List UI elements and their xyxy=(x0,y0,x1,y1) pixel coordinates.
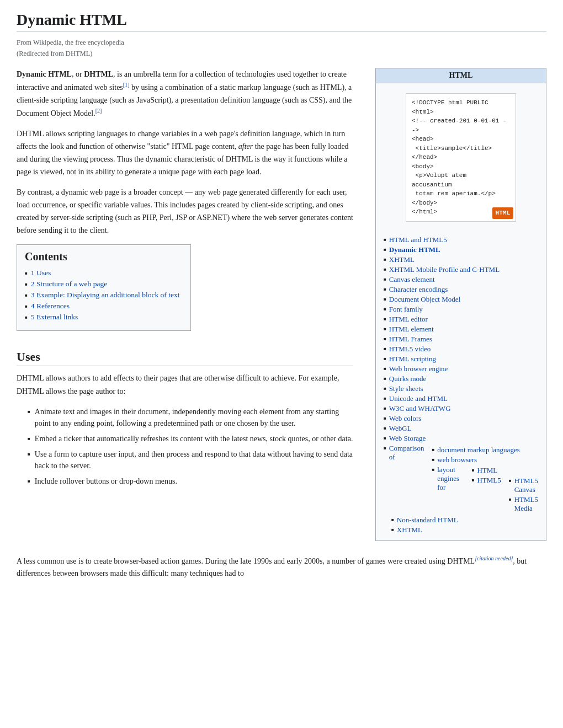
infobox-link-style-sheets[interactable]: Style sheets xyxy=(384,384,538,394)
uses-intro: DHTML allows authors to add effects to t… xyxy=(17,372,353,397)
infobox-link-xhtml[interactable]: XHTML xyxy=(384,255,538,265)
contents-box: Contents 1 Uses 2 Structure of a web pag… xyxy=(17,244,191,331)
infobox-title: HTML xyxy=(376,68,546,83)
ref-2[interactable]: [2] xyxy=(95,108,102,114)
code-line: </body> xyxy=(412,199,510,208)
infobox-link-html-editor[interactable]: HTML editor xyxy=(384,314,538,324)
main-content: Dynamic HTML, or DHTML, is an umbrella t… xyxy=(17,68,353,496)
uses-bullet-2: Embed a ticker that automatically refres… xyxy=(28,431,353,447)
infobox-links: HTML and HTML5 Dynamic HTML XHTML XHTML … xyxy=(376,232,546,540)
infobox-link-doc-markup[interactable]: document markup languages xyxy=(432,445,538,455)
citation-needed: [citation needed] xyxy=(475,555,513,561)
code-line: <p>Volupt atem accusantium xyxy=(412,171,510,189)
code-line: <!-- created-201 0-01-01 --> xyxy=(412,116,510,135)
uses-section-title: Uses xyxy=(17,350,353,366)
infobox-link-unicode-html[interactable]: Unicode and HTML xyxy=(384,394,538,404)
uses-bullet-4: Include rollover buttons or drop-down me… xyxy=(28,474,353,489)
page-title: Dynamic HTML xyxy=(17,11,546,31)
infobox: HTML <!DOCTYPE html PUBLIC <html> <!-- c… xyxy=(375,68,546,541)
uses-bullet-list: Animate text and images in their documen… xyxy=(28,404,353,489)
bottom-paragraph: A less common use is to create browser-b… xyxy=(17,554,546,580)
infobox-code-image: <!DOCTYPE html PUBLIC <html> <!-- create… xyxy=(406,93,516,222)
contents-item-3[interactable]: 3 Example: Displaying an additional bloc… xyxy=(25,290,179,301)
infobox-link-html-element[interactable]: HTML element xyxy=(384,324,538,334)
infobox-link-html-scripting[interactable]: HTML scripting xyxy=(384,354,538,364)
contents-item-1[interactable]: 1 Uses xyxy=(25,267,179,279)
uses-bullet-3: Use a form to capture user input, and th… xyxy=(28,447,353,474)
infobox-link-html-frames[interactable]: HTML Frames xyxy=(384,334,538,344)
infobox-link-canvas[interactable]: Canvas element xyxy=(384,275,538,285)
code-line: <title>sample</title> xyxy=(412,144,510,153)
contents-item-2[interactable]: 2 Structure of a web page xyxy=(25,279,179,290)
code-line: <!DOCTYPE html PUBLIC xyxy=(412,98,510,108)
infobox-link-char-enc[interactable]: Character encodings xyxy=(384,285,538,295)
code-line: <head> xyxy=(412,135,510,144)
infobox-link-comparison[interactable]: Comparison of document markup languages … xyxy=(384,443,538,515)
infobox-link-web-browser-engine[interactable]: Web browser engine xyxy=(384,364,538,374)
infobox-link-web-colors[interactable]: Web colors xyxy=(384,414,538,424)
infobox-link-non-standard-html[interactable]: Non-standard HTML xyxy=(391,515,538,525)
infobox-link-layout-engines[interactable]: layout engines for HTML HTML5 HTML5 Canv… xyxy=(432,465,538,515)
code-line: totam rem aperiam.</p> xyxy=(412,189,510,199)
contents-title: Contents xyxy=(25,250,179,263)
ref-1[interactable]: [1] xyxy=(123,82,130,88)
contents-item-5[interactable]: 5 External links xyxy=(25,312,179,323)
infobox-link-xhtml-mobile[interactable]: XHTML Mobile Profile and C-HTML xyxy=(384,265,538,275)
infobox-link-font-family[interactable]: Font family xyxy=(384,304,538,314)
contents-list: 1 Uses 2 Structure of a web page 3 Examp… xyxy=(25,267,179,323)
intro-paragraph-1: Dynamic HTML, or DHTML, is an umbrella t… xyxy=(17,68,353,120)
infobox-link-quirks-mode[interactable]: Quirks mode xyxy=(384,374,538,384)
intro-paragraph-2: DHTML allows scripting languages to chan… xyxy=(17,127,353,178)
infobox-link-dhtml[interactable]: Dynamic HTML xyxy=(384,245,538,255)
infobox-link-html5-video[interactable]: HTML5 video xyxy=(384,344,538,354)
infobox-link-html5-media[interactable]: HTML5 Media xyxy=(509,495,538,513)
code-line: <html> xyxy=(412,108,510,117)
infobox-link-web-storage[interactable]: Web Storage xyxy=(384,433,538,443)
code-line: </head> xyxy=(412,153,510,162)
infobox-link-dom[interactable]: Document Object Model xyxy=(384,295,538,304)
infobox-link-html5-canvas[interactable]: HTML5 Canvas xyxy=(509,476,538,495)
infobox-link-html5[interactable]: HTML5 HTML5 Canvas HTML5 Media xyxy=(472,475,538,514)
infobox-link-w3c-whatwg[interactable]: W3C and WHATWG xyxy=(384,404,538,414)
contents-item-4[interactable]: 4 References xyxy=(25,301,179,312)
intro-paragraph-3: By contrast, a dynamic web page is a bro… xyxy=(17,186,353,237)
infobox-link-html-html5[interactable]: HTML and HTML5 xyxy=(384,235,538,245)
code-line: <body> xyxy=(412,162,510,172)
html-badge: HTML xyxy=(492,207,513,219)
infobox-link-xhtml-bottom[interactable]: XHTML xyxy=(391,525,538,535)
infobox-link-web-browsers[interactable]: web browsers xyxy=(432,455,538,465)
infobox-link-webgl[interactable]: WebGL xyxy=(384,424,538,433)
infobox-link-html[interactable]: HTML xyxy=(472,465,538,475)
uses-bullet-1: Animate text and images in their documen… xyxy=(28,404,353,431)
wiki-subtitle: From Wikipedia, the free encyclopedia (R… xyxy=(17,37,546,59)
